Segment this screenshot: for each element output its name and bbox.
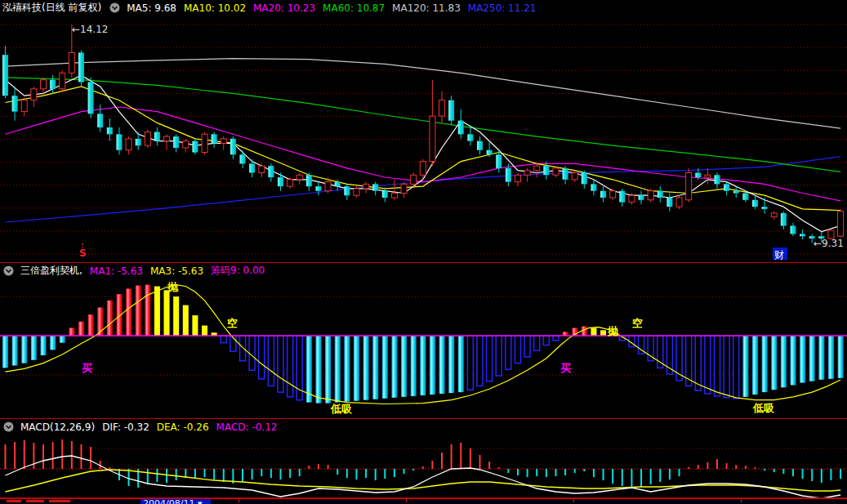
indicator-bar-red xyxy=(78,322,84,336)
indicator-bar-red xyxy=(107,301,113,336)
signal-label: 买 xyxy=(82,362,92,374)
candle-up xyxy=(31,89,37,100)
indicator-bar-cyan xyxy=(420,336,426,395)
chouma9-value: 筹码9: 0.00 xyxy=(211,264,265,278)
indicator-bar-cyan xyxy=(752,336,758,395)
candle-down xyxy=(800,234,805,236)
indicator-bar-blue xyxy=(467,336,473,390)
indicator-bar-cyan xyxy=(838,336,844,378)
high-price-label: ←14.12 xyxy=(72,24,108,35)
candle-up xyxy=(439,100,445,116)
candle-down xyxy=(448,100,454,121)
indicator-title: 三倍盈利契机, xyxy=(20,264,82,278)
indicator-bar-red xyxy=(136,286,141,336)
candle-up xyxy=(221,139,226,144)
candle-down xyxy=(733,191,739,194)
candle-up xyxy=(21,100,27,112)
indicator-bar-red xyxy=(88,314,94,336)
candle-up xyxy=(524,171,530,176)
price-chart-canvas[interactable]: ←14.12←9.31S财 xyxy=(0,0,847,262)
candle-up xyxy=(363,184,369,189)
candle-down xyxy=(543,166,549,175)
indicator-bar-cyan xyxy=(382,336,388,399)
candle-up xyxy=(354,189,359,195)
indicator-bar-yellow xyxy=(202,326,207,336)
indicator-bar-cyan xyxy=(60,336,65,343)
candle-down xyxy=(50,80,56,89)
indicator-bar-cyan xyxy=(391,336,397,398)
date-text-fragment xyxy=(7,500,21,502)
ma1-value: MA1: -5.63 xyxy=(90,265,143,277)
candle-up xyxy=(202,134,207,152)
candle-up xyxy=(534,166,540,171)
indicator-bar-cyan xyxy=(50,336,56,350)
candle-up xyxy=(296,175,302,180)
indicator-bar-yellow xyxy=(183,306,189,336)
ma10-value: MA10: 10.02 xyxy=(184,2,246,14)
indicator-bar-cyan xyxy=(458,336,464,392)
date-selector[interactable]: 2004/08/11 ▾ xyxy=(140,499,211,504)
indicator-bar-blue xyxy=(288,336,293,397)
stock-chart-app: ←14.12←9.31S财 泓禧科技(日线 前复权) MA5: 9.68 MA1… xyxy=(0,0,847,504)
candle-up xyxy=(430,116,435,162)
indicator-bar-blue xyxy=(515,336,520,364)
candle-down xyxy=(467,134,473,140)
candle-down xyxy=(742,193,748,199)
date-axis-bar: 2004/08/11 ▾ xyxy=(0,499,847,504)
ma3-value: MA3: -5.63 xyxy=(150,265,203,277)
indicator-bar-yellow xyxy=(591,328,596,336)
candle-up xyxy=(771,213,777,216)
candle-up xyxy=(515,175,520,181)
panel-separator xyxy=(0,262,847,263)
indicator-bar-cyan xyxy=(344,336,350,402)
candle-down xyxy=(666,198,672,207)
indicator-bar-red xyxy=(69,328,74,336)
indicator-bar-cyan xyxy=(354,336,359,401)
candle-up xyxy=(164,136,170,141)
indicator-bar-cyan xyxy=(40,336,46,355)
signal-s-marker: S xyxy=(79,248,87,259)
candle-down xyxy=(506,168,511,182)
candle-up xyxy=(325,182,331,191)
macd-title: MACD(12,26,9) xyxy=(20,421,95,433)
candle-down xyxy=(240,154,246,163)
signal-label: 空 xyxy=(227,317,238,329)
indicator-bar-cyan xyxy=(2,336,8,368)
date-text-fragment xyxy=(26,500,44,502)
indicator-bar-blue xyxy=(724,336,729,398)
axis-tick xyxy=(238,499,239,502)
candle-down xyxy=(278,177,283,186)
indicator-bar-red xyxy=(126,288,132,336)
candle-down xyxy=(12,96,18,111)
current-date: 2004/08/11 xyxy=(143,499,194,504)
low-price-label: ←9.31 xyxy=(814,238,844,249)
candle-up xyxy=(401,184,407,193)
indicator-bar-blue xyxy=(278,336,283,392)
signal-label: 空 xyxy=(632,317,643,329)
signal-label: 低吸 xyxy=(752,402,775,414)
indicator-chart-canvas[interactable]: 抛空买低吸抛空买低吸 xyxy=(0,263,847,418)
caret-down-icon: ▾ xyxy=(198,499,203,504)
chevron-down-circle-icon[interactable] xyxy=(2,265,14,277)
candle-down xyxy=(487,150,493,155)
candle-up xyxy=(288,180,293,186)
date-text-fragment xyxy=(49,500,70,502)
candle-down xyxy=(154,132,160,141)
candle-up xyxy=(572,172,577,179)
indicator-bar-cyan xyxy=(818,336,824,380)
indicator-bar-cyan xyxy=(762,336,768,392)
chevron-down-circle-icon[interactable] xyxy=(2,421,14,433)
candle-down xyxy=(97,114,103,127)
candle-down xyxy=(619,191,625,203)
indicator-bar-cyan xyxy=(335,336,341,403)
candle-down xyxy=(249,163,255,172)
ma60-value: MA60: 10.87 xyxy=(323,2,385,14)
candle-down xyxy=(762,207,768,209)
candle-up xyxy=(183,141,189,148)
ma-line-ma5 xyxy=(6,75,841,231)
chevron-down-circle-icon[interactable] xyxy=(109,2,120,14)
candle-down xyxy=(107,127,113,134)
dif-line xyxy=(6,456,841,497)
candle-up xyxy=(145,132,150,146)
ma120-value: MA120: 11.83 xyxy=(392,2,461,14)
